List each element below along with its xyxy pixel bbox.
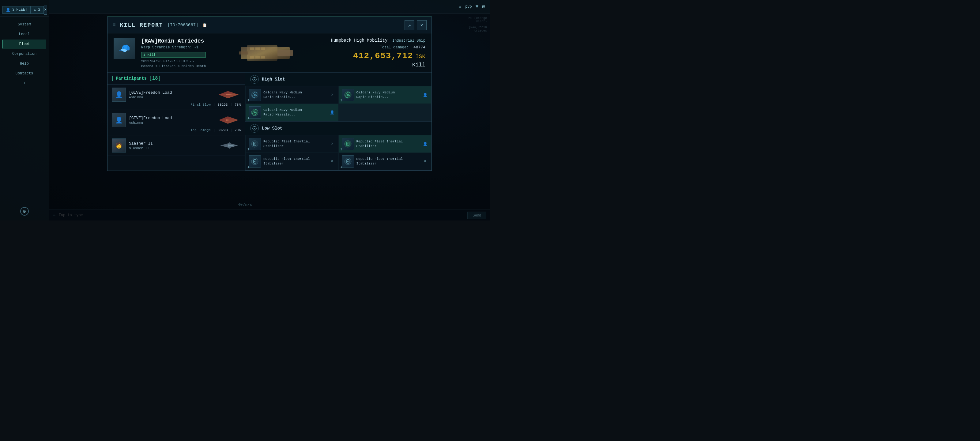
slots-panel: High Slot 1: [245, 73, 431, 170]
slot-item-icon-h3: [249, 106, 261, 118]
slot-item-user-l2[interactable]: 👤: [422, 141, 428, 147]
victim-section: 🧢 [RAW]Ronin Atriedes Warp Scramble Stre…: [108, 33, 431, 73]
total-damage-label: Total damage:: [380, 45, 409, 49]
victim-name: [RAW]Ronin Atriedes: [141, 38, 206, 44]
modal-body: Participants [18] 👤 [GIVE]Freedom Load A…: [108, 73, 431, 170]
high-slot-title: High Slot: [262, 77, 285, 82]
participant-item-2[interactable]: 👤 [GIVE]Freedom Load Ashimmu: [108, 110, 245, 135]
monitor-tab[interactable]: ⊞ 2: [30, 6, 43, 14]
avatar-placeholder: 🧢: [114, 38, 135, 59]
close-sidebar-btn[interactable]: ×: [44, 5, 47, 15]
slot-item-close-l4[interactable]: ×: [422, 158, 428, 164]
kill-result-label: Kill: [331, 62, 425, 68]
participant-item-3[interactable]: 🧑 Slasher II Slasher II: [108, 135, 245, 156]
sidebar-item-contacts[interactable]: Contacts: [2, 69, 46, 78]
slot-item-qty-l1: 1: [247, 148, 249, 151]
slot-item-low-4: 1 Republic Fleet InertialStabilizer ×: [339, 153, 431, 170]
participant-avatar-2: 👤: [112, 113, 126, 127]
slot-item-qty-h3: 1: [247, 116, 249, 120]
svg-point-42: [347, 161, 348, 162]
slot-item-name-l2: Republic Fleet InertialStabilizer: [356, 139, 420, 149]
slasher-ship-icon: [217, 140, 240, 150]
participant-item[interactable]: 👤 [GIVE]Freedom Load Ashimmu: [108, 84, 245, 110]
copy-icon[interactable]: 📋: [202, 23, 207, 27]
participant-ship-2: Ashimmu: [129, 121, 213, 125]
high-slot-icon: [250, 75, 259, 84]
fleet-label: FLEET: [16, 8, 27, 12]
ship-type: Humpback High Mobility: [331, 38, 388, 43]
slot-item-user-h3[interactable]: 👤: [329, 109, 335, 115]
slot-item-qty-h2: 1: [340, 99, 342, 102]
sidebar-item-system[interactable]: System: [2, 20, 46, 29]
participant-name-3: Slasher II: [129, 141, 213, 146]
ashimmu-ship-icon: [217, 90, 240, 100]
low-slot-section: Low Slot 1: [245, 122, 431, 170]
participant-top-3: 🧑 Slasher II Slasher II: [112, 139, 241, 153]
monitor-icon: ⊞: [34, 8, 36, 12]
slot-item-low-3: 1 Republic Fleet InertialStabilizer ×: [246, 153, 339, 170]
fleet-count: 3: [12, 8, 14, 12]
sidebar-top-bar: 👤 3 FLEET ⊞ 2 ×: [0, 3, 49, 17]
kill-report-modal: ≡ KILL REPORT [ID:7063667] 📋 ↗ ✕ 🧢 [RAW]…: [107, 16, 432, 171]
slot-item-qty-l2: 1: [340, 148, 342, 151]
settings-icon[interactable]: ⚙: [20, 207, 29, 216]
slot-item-icon-h1: [249, 89, 261, 101]
external-link-button[interactable]: ↗: [404, 20, 414, 30]
participant-name-ship-2: [GIVE]Freedom Load Ashimmu: [129, 116, 213, 125]
victim-warp: Warp Scramble Strength: -1: [141, 45, 206, 49]
close-modal-icon: ✕: [420, 22, 423, 28]
ship-silhouette: [238, 41, 299, 65]
slot-item-close-l1[interactable]: ×: [329, 141, 335, 147]
participant-top-2: 👤 [GIVE]Freedom Load Ashimmu: [112, 113, 241, 127]
pct-2: 78%: [235, 128, 241, 132]
sidebar-item-local[interactable]: Local: [2, 30, 46, 39]
close-icon: ×: [44, 7, 47, 13]
svg-rect-5: [250, 56, 254, 59]
pct-1: 78%: [235, 103, 241, 107]
slot-item-close-l3[interactable]: ×: [329, 158, 335, 164]
fleet-tab[interactable]: 👤 3 FLEET: [2, 6, 30, 14]
victim-date: 2022/04/26 01:20:33 UTC -5: [141, 59, 206, 63]
low-slot-header: Low Slot: [245, 122, 431, 135]
slot-item-name-l4: Republic Fleet InertialStabilizer: [356, 157, 420, 166]
ship-class: Industrial Ship: [392, 38, 425, 43]
participant-stats-2: Top Damage | 38293 | 78%: [112, 128, 241, 132]
victim-avatar: 🧢: [114, 38, 135, 59]
svg-rect-4: [261, 48, 265, 50]
slot-item-high-2: 1 Caldari Navy MediumRapid Missile... 👤: [339, 86, 431, 103]
isk-unit: ISK: [415, 54, 425, 60]
svg-point-33: [254, 143, 255, 145]
kill-report-id: [ID:7063667]: [167, 23, 199, 27]
participants-panel-header: Participants [18]: [108, 73, 245, 84]
sidebar-item-corporation[interactable]: Corporation: [2, 49, 46, 59]
svg-rect-9: [239, 51, 248, 54]
slot-item-user-h2[interactable]: 👤: [422, 92, 428, 98]
low-slot-items-grid: 1 Republic Fleet InertialStabilizer ×: [245, 135, 431, 170]
slot-item-high-3: 1 Caldari Navy MediumRapid Missile... 👤: [246, 104, 339, 121]
victim-location: Bosena < Fittakan < Molden Heath: [141, 64, 206, 68]
pvp-label: pvp: [465, 5, 472, 9]
sidebar-item-help[interactable]: Help: [2, 59, 46, 68]
blow-type-1: Final Blow: [191, 103, 211, 107]
high-slot-section: High Slot 1: [245, 73, 431, 122]
close-modal-button[interactable]: ✕: [417, 20, 426, 30]
kill-badge: 1 Kill: [141, 52, 206, 57]
svg-point-26: [347, 94, 349, 96]
ashimmu-ship-icon-2: [217, 115, 240, 125]
sidebar-item-add[interactable]: +: [2, 79, 46, 88]
slot-item-close-h1[interactable]: ×: [329, 92, 335, 98]
slot-item-qty-h1: 1: [247, 99, 249, 102]
svg-rect-7: [261, 56, 265, 59]
low-slot-icon: [250, 124, 259, 133]
user-icon: 👤: [6, 8, 10, 12]
slot-item-icon-l4: [342, 155, 354, 167]
slot-item-icon-h2: [342, 89, 354, 101]
filter-icon[interactable]: ⊞: [482, 4, 485, 10]
topbar: ⚔ pvp ▼ ⊞: [49, 0, 490, 13]
isk-value: 412,653,712: [353, 51, 413, 60]
slot-item-name-l1: Republic Fleet InertialStabilizer: [263, 139, 327, 149]
sidebar-item-fleet[interactable]: Fleet: [2, 40, 46, 49]
participant-avatar-3: 🧑: [112, 139, 126, 153]
participant-name-ship-1: [GIVE]Freedom Load Ashimmu: [129, 90, 213, 99]
hamburger-menu-icon[interactable]: ≡: [112, 22, 116, 28]
